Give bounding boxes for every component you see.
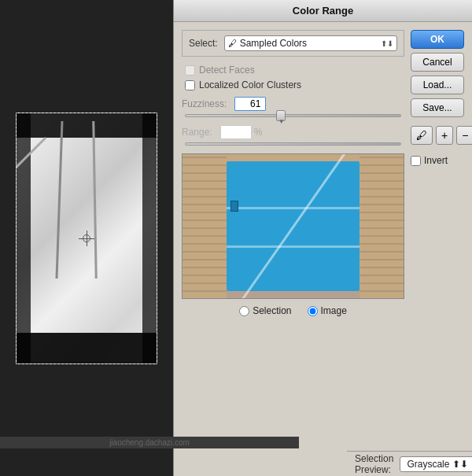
fuzziness-slider-container [182, 114, 404, 117]
eyedropper-button[interactable]: 🖋 [411, 126, 433, 145]
door-plank-2 [227, 245, 360, 248]
selection-preview-value: Grayscale [407, 459, 449, 470]
door-plank-1 [227, 207, 360, 209]
preview-image [183, 154, 404, 298]
localized-clusters-label: Localized Color Clusters [199, 79, 301, 90]
range-row: Range: % [182, 125, 404, 139]
image-radio-label: Image [321, 305, 347, 316]
eyedropper-small-icon: 🖋 [228, 39, 237, 48]
range-label: Range: [182, 127, 212, 138]
bottom-bar: Selection Preview: Grayscale ⬆⬇ [347, 451, 472, 476]
dialog-titlebar: Color Range [174, 0, 472, 22]
blue-door-background [183, 154, 404, 298]
select-label: Select: [189, 38, 218, 49]
range-slider-container [182, 142, 404, 146]
dialog-body: Select: 🖋 Sampled Colors ⬆⬇ Detect Faces… [174, 22, 472, 330]
detect-faces-label: Detect Faces [199, 65, 255, 76]
fuzziness-slider-track[interactable] [185, 114, 401, 117]
wall-right [360, 154, 404, 298]
door-bw-image [17, 113, 157, 363]
detect-faces-checkbox[interactable] [185, 65, 195, 76]
fuzziness-slider-thumb[interactable] [276, 110, 286, 121]
dropdown-arrow-icon: ⬆⬇ [381, 39, 393, 48]
eyedropper-plus-button[interactable]: + [436, 126, 453, 145]
dialog-main: Select: 🖋 Sampled Colors ⬆⬇ Detect Faces… [182, 30, 404, 323]
save-button[interactable]: Save... [411, 98, 464, 117]
localized-clusters-row: Localized Color Clusters [182, 79, 404, 90]
cancel-button[interactable]: Cancel [411, 53, 464, 72]
dialog-buttons: OK Cancel Load... Save... 🖋 + − Invert [411, 30, 464, 323]
fuzziness-input[interactable]: 61 [234, 97, 266, 111]
eyedropper-tools: 🖋 + − [411, 126, 464, 145]
selection-radio-label: Selection [253, 305, 291, 316]
wall-left [183, 154, 227, 298]
selection-radio[interactable] [239, 306, 249, 316]
image-radio[interactable] [308, 306, 318, 316]
preview-image-container[interactable] [182, 153, 404, 299]
selection-radio-option[interactable]: Selection [239, 305, 291, 316]
range-input[interactable] [220, 125, 252, 139]
fuzziness-label: Fuzziness: [182, 98, 227, 109]
image-canvas[interactable] [16, 113, 157, 364]
radio-row: Selection Image [182, 305, 404, 316]
invert-checkbox[interactable] [411, 156, 421, 166]
selection-preview-dropdown[interactable]: Grayscale ⬆⬇ [400, 456, 472, 472]
range-percent-label: % [254, 127, 263, 138]
blue-door-shape [227, 161, 360, 291]
ok-button[interactable]: OK [411, 30, 464, 49]
invert-row: Invert [411, 155, 464, 166]
select-dropdown[interactable]: 🖋 Sampled Colors ⬆⬇ [224, 35, 397, 51]
detect-faces-row: Detect Faces [182, 65, 404, 76]
invert-label: Invert [424, 155, 448, 166]
watermark: jiaocheng.dachazi.com [0, 437, 299, 448]
fuzziness-row: Fuzziness: 61 [182, 97, 404, 111]
selection-preview-label: Selection Preview: [355, 453, 393, 475]
door-hinge [230, 201, 238, 212]
door-diagonal [242, 154, 348, 298]
eyedropper-minus-button[interactable]: − [456, 126, 472, 145]
range-slider-track[interactable] [185, 142, 401, 146]
selection-preview-arrow-icon: ⬆⬇ [452, 459, 468, 470]
localized-clusters-checkbox[interactable] [185, 80, 195, 90]
image-radio-option[interactable]: Image [308, 305, 347, 316]
crosshair [79, 231, 94, 246]
select-row: Select: 🖋 Sampled Colors ⬆⬇ [182, 30, 404, 57]
load-button[interactable]: Load... [411, 76, 464, 94]
left-panel [0, 0, 173, 476]
select-value: Sampled Colors [240, 38, 307, 49]
color-range-dialog: Color Range Select: 🖋 Sampled Colors ⬆⬇ … [173, 0, 472, 476]
dialog-title: Color Range [293, 5, 353, 17]
